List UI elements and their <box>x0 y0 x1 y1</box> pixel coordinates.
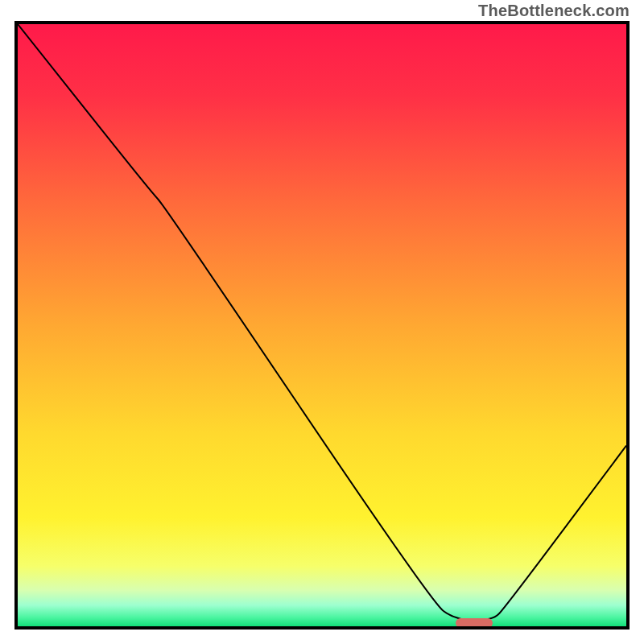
watermark-text: TheBottleneck.com <box>478 2 630 20</box>
chart-background <box>18 24 626 626</box>
chart-plot-svg <box>18 24 626 626</box>
chart-frame <box>14 21 630 630</box>
optimal-range-marker <box>456 618 492 628</box>
